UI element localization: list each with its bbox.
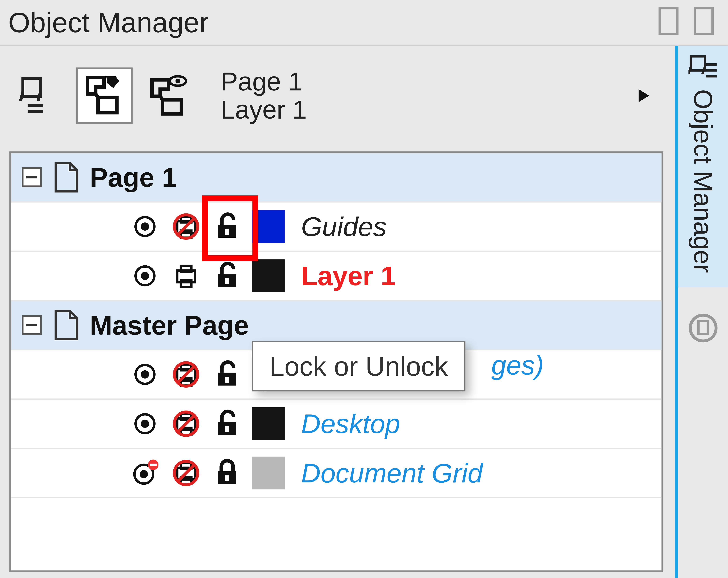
svg-rect-31 xyxy=(226,278,229,284)
layer-manager-view-button[interactable] xyxy=(141,68,197,124)
color-swatch[interactable] xyxy=(252,456,285,490)
page-icon xyxy=(53,310,79,340)
lock-icon[interactable] xyxy=(211,210,244,243)
svg-line-13 xyxy=(160,96,162,100)
flyout-menu-button[interactable] xyxy=(636,88,651,103)
svg-line-63 xyxy=(688,67,691,74)
layer-row-desktop[interactable]: Desktop xyxy=(11,400,661,449)
print-disabled-icon[interactable] xyxy=(170,407,203,440)
locked-icon[interactable] xyxy=(211,456,244,490)
svg-line-2 xyxy=(38,91,41,101)
print-disabled-icon[interactable] xyxy=(170,358,203,391)
docker-tab-label: Object Manager xyxy=(688,86,718,279)
visibility-disabled-icon[interactable] xyxy=(128,456,161,490)
window-button-2[interactable] xyxy=(694,7,714,35)
edit-across-layers-button[interactable] xyxy=(76,68,133,124)
color-swatch[interactable] xyxy=(252,210,285,243)
show-object-properties-button[interactable] xyxy=(12,68,68,124)
visibility-icon[interactable] xyxy=(128,259,161,292)
docker-options-button[interactable] xyxy=(685,311,721,346)
group-label: Master Page xyxy=(90,309,249,341)
tooltip-lock-unlock: Lock or Unlock xyxy=(252,341,466,391)
svg-line-1 xyxy=(21,91,23,101)
svg-rect-24 xyxy=(226,229,229,235)
visibility-icon[interactable] xyxy=(128,210,161,243)
visibility-icon[interactable] xyxy=(128,407,161,440)
collapse-icon[interactable] xyxy=(22,315,42,335)
layer-label: Desktop xyxy=(301,408,400,440)
svg-rect-0 xyxy=(23,79,41,96)
object-manager-tab-icon xyxy=(688,54,718,81)
print-icon[interactable] xyxy=(170,259,203,292)
color-swatch[interactable] xyxy=(252,259,285,292)
svg-rect-7 xyxy=(98,98,117,113)
lock-icon[interactable] xyxy=(211,259,244,292)
layer-label-partial: ges) xyxy=(491,349,544,381)
svg-point-26 xyxy=(141,272,149,280)
titlebar: Object Manager xyxy=(0,0,728,46)
layer-label: Document Grid xyxy=(301,457,483,489)
print-disabled-icon[interactable] xyxy=(170,210,203,243)
svg-marker-6 xyxy=(106,76,119,88)
window-buttons xyxy=(658,7,714,35)
svg-rect-61 xyxy=(226,475,229,481)
svg-rect-29 xyxy=(181,280,191,287)
layers-tree: Page 1 xyxy=(9,152,663,572)
svg-rect-69 xyxy=(698,321,707,334)
svg-rect-28 xyxy=(181,266,191,272)
svg-marker-14 xyxy=(639,89,649,102)
svg-point-11 xyxy=(176,79,180,83)
svg-rect-50 xyxy=(226,426,229,432)
panel-title: Object Manager xyxy=(8,6,209,38)
current-location: Page 1 Layer 1 xyxy=(220,67,307,124)
window-button-1[interactable] xyxy=(658,7,678,35)
tree-group-page1[interactable]: Page 1 xyxy=(11,153,661,202)
svg-point-68 xyxy=(690,315,716,341)
svg-line-64 xyxy=(702,67,705,74)
svg-point-34 xyxy=(141,370,149,378)
layer-label: Layer 1 xyxy=(301,260,396,292)
layer-row-layer1[interactable]: Layer 1 xyxy=(11,252,661,301)
svg-point-43 xyxy=(141,420,149,428)
svg-marker-5 xyxy=(87,78,104,94)
svg-rect-41 xyxy=(226,377,229,383)
svg-marker-9 xyxy=(152,80,168,96)
svg-rect-54 xyxy=(150,464,157,466)
lock-icon[interactable] xyxy=(211,358,244,391)
visibility-icon[interactable] xyxy=(128,358,161,391)
color-swatch[interactable] xyxy=(252,407,285,440)
print-disabled-icon[interactable] xyxy=(170,456,203,490)
tooltip-text: Lock or Unlock xyxy=(269,351,448,382)
svg-point-17 xyxy=(141,222,149,231)
svg-rect-62 xyxy=(691,56,705,71)
collapse-icon[interactable] xyxy=(22,167,42,187)
group-label: Page 1 xyxy=(90,161,177,193)
svg-line-8 xyxy=(96,94,98,98)
layer-label: Guides xyxy=(301,211,387,242)
docker-tabs: Object Manager xyxy=(675,46,728,578)
toolbar: Page 1 Layer 1 xyxy=(0,46,675,146)
svg-point-52 xyxy=(140,470,148,478)
lock-icon[interactable] xyxy=(211,407,244,440)
page-icon xyxy=(53,162,79,192)
layer-row-guides[interactable]: Guides xyxy=(11,203,661,252)
svg-rect-12 xyxy=(162,100,181,114)
layer-row-document-grid[interactable]: Document Grid xyxy=(11,449,661,498)
current-layer-label: Layer 1 xyxy=(220,96,307,124)
docker-tab-object-manager[interactable]: Object Manager xyxy=(678,46,728,287)
current-page-label: Page 1 xyxy=(220,67,307,96)
